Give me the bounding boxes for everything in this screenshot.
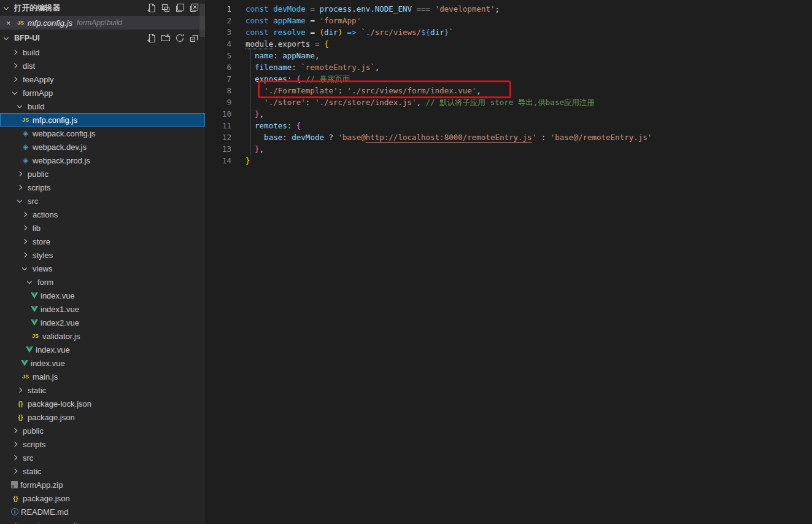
code-line-6[interactable]: 6 filename: `remoteEntry.js`,: [205, 61, 812, 73]
tree-file-mfp.config.js[interactable]: JSmfp.config.js: [0, 113, 205, 127]
code-line-10[interactable]: 10 },: [205, 108, 812, 120]
explorer-section-header[interactable]: BFP-UI: [0, 31, 205, 45]
tree-folder-static[interactable]: static: [0, 464, 205, 478]
tree-file-package.json[interactable]: {}package.json: [0, 410, 205, 424]
tree-file-webpack.config.js[interactable]: ◈webpack.config.js: [0, 127, 205, 140]
tree-item-label: scripts: [23, 440, 46, 449]
vue-file-icon: [31, 306, 38, 312]
code-line-5[interactable]: 5 name: appName,: [205, 50, 812, 61]
code-line-14[interactable]: 14}: [205, 155, 812, 166]
tree-folder-formApp[interactable]: formApp: [0, 86, 205, 100]
line-content: }: [231, 155, 250, 166]
line-content: },: [231, 143, 264, 155]
chevron-right-icon: [17, 388, 22, 393]
line-number: 2: [205, 15, 231, 26]
explorer-root-title: BFP-UI: [14, 34, 147, 42]
collapse-folders-icon[interactable]: [189, 33, 199, 43]
tree-folder-form[interactable]: form: [0, 275, 205, 289]
tree-folder-public[interactable]: public: [0, 424, 205, 437]
code-line-1[interactable]: 1const devMode = process.env.NODE_ENV ==…: [205, 3, 812, 15]
close-all-editors-icon[interactable]: [189, 3, 199, 13]
tree-folder-lib[interactable]: lib: [0, 221, 205, 235]
tree-item-label: public: [28, 170, 48, 179]
line-number: 7: [205, 73, 231, 85]
tree-item-label: validator.js: [42, 332, 80, 341]
tree-item-label: index.vue: [36, 345, 70, 354]
tree-file-main.js[interactable]: JSmain.js: [0, 370, 205, 383]
tree-folder-feeApply[interactable]: feeApply: [0, 72, 205, 86]
code-line-9[interactable]: 9 './store': './src/store/index.js', // …: [205, 96, 812, 108]
new-folder-icon[interactable]: [161, 33, 171, 43]
tree-folder-styles[interactable]: styles: [0, 248, 205, 262]
tree-item-label: formApp.zip: [20, 480, 63, 490]
code-line-3[interactable]: 3const resolve = (dir) => `./src/views/$…: [205, 26, 812, 38]
tree-file-validator.js[interactable]: JSvalidator.js: [0, 329, 205, 343]
line-content: './FormTemplate': './src/views/form/inde…: [231, 85, 481, 96]
tree-folder-src[interactable]: src: [0, 194, 205, 208]
tree-folder-views[interactable]: views: [0, 262, 205, 275]
line-number: 3: [205, 26, 231, 38]
code-line-4[interactable]: 4module.exports = {: [205, 38, 812, 50]
tree-file-index.vue[interactable]: index.vue: [0, 343, 205, 356]
tree-folder-build[interactable]: build: [0, 100, 205, 113]
explorer-actions: [147, 33, 199, 43]
code-line-13[interactable]: 13 },: [205, 143, 812, 155]
tree-item-label: package.json: [23, 494, 70, 503]
code-line-8[interactable]: 8 './FormTemplate': './src/views/form/in…: [205, 85, 812, 96]
tree-folder-actions[interactable]: actions: [0, 208, 205, 221]
tree-item-label: index2.vue: [41, 318, 79, 327]
tree-file-index.vue[interactable]: index.vue: [0, 289, 205, 302]
new-untitled-file-icon[interactable]: [147, 3, 157, 13]
code-area[interactable]: 1const devMode = process.env.NODE_ENV ==…: [205, 0, 812, 166]
tree-item-label: lib: [33, 224, 41, 233]
tree-folder-dist[interactable]: dist: [0, 59, 205, 72]
tree-file-version.properties[interactable]: !version.properties: [0, 518, 205, 524]
tree-item-label: index.vue: [41, 291, 75, 300]
tree-file-webpack.dev.js[interactable]: ◈webpack.dev.js: [0, 140, 205, 154]
tree-folder-static[interactable]: static: [0, 383, 205, 397]
refresh-icon[interactable]: [175, 33, 185, 43]
tree-file-webpack.prod.js[interactable]: ◈webpack.prod.js: [0, 154, 205, 167]
tree-folder-src[interactable]: src: [0, 451, 205, 464]
tree-item-label: index.vue: [31, 359, 65, 368]
line-number: 5: [205, 50, 231, 61]
tree-file-index.vue[interactable]: index.vue: [0, 356, 205, 370]
line-number: 12: [205, 131, 231, 143]
tree-folder-build[interactable]: build: [0, 45, 205, 59]
line-number: 1: [205, 3, 231, 15]
tree-item-label: index1.vue: [41, 305, 79, 314]
tree-file-formApp.zip[interactable]: formApp.zip: [0, 478, 205, 491]
tree-item-label: static: [28, 386, 46, 395]
line-number: 9: [205, 96, 231, 108]
code-line-2[interactable]: 2const appName = 'formApp': [205, 15, 812, 26]
chevron-right-icon: [22, 225, 27, 230]
open-editors-title: 打开的编辑器: [14, 3, 147, 14]
code-line-7[interactable]: 7 exposes: { // 暴露页面: [205, 73, 812, 85]
tree-file-README.md[interactable]: iREADME.md: [0, 505, 205, 518]
tree-file-index2.vue[interactable]: index2.vue: [0, 316, 205, 329]
editor-pane: 1const devMode = process.env.NODE_ENV ==…: [205, 0, 812, 524]
tree-item-label: scripts: [28, 183, 51, 192]
tree-folder-scripts[interactable]: scripts: [0, 181, 205, 194]
tree-folder-store[interactable]: store: [0, 235, 205, 248]
tree-folder-scripts[interactable]: scripts: [0, 437, 205, 451]
tree-item-label: static: [23, 467, 41, 476]
new-file-icon[interactable]: [147, 33, 157, 43]
line-number: 6: [205, 61, 231, 73]
open-editors-header[interactable]: 打开的编辑器: [0, 0, 205, 16]
tree-file-package.json[interactable]: {}package.json: [0, 491, 205, 505]
save-all-icon[interactable]: [175, 3, 185, 13]
close-icon[interactable]: ×: [6, 18, 16, 28]
code-line-12[interactable]: 12 base: devMode ? 'base@http://localhos…: [205, 131, 812, 143]
tree-item-label: main.js: [33, 372, 58, 381]
tree-file-package-lock.json[interactable]: {}package-lock.json: [0, 397, 205, 410]
toggle-editor-layout-icon[interactable]: [161, 3, 171, 13]
json-file-icon: {}: [16, 413, 25, 421]
open-editor-item[interactable]: × JS mfp.config.js formApp\build: [0, 16, 205, 29]
tree-folder-public[interactable]: public: [0, 167, 205, 181]
tree-file-index1.vue[interactable]: index1.vue: [0, 302, 205, 316]
line-content: remotes: {: [231, 120, 301, 131]
json-file-icon: {}: [16, 399, 25, 408]
sidebar-scrollbar[interactable]: [199, 4, 205, 37]
code-line-11[interactable]: 11 remotes: {: [205, 120, 812, 131]
